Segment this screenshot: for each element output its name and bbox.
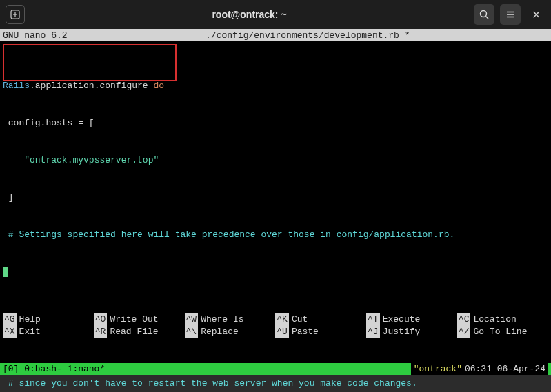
code-token: do (153, 81, 164, 91)
nano-filepath: ./config/environments/development.rb * (68, 30, 548, 41)
plus-icon (10, 10, 20, 19)
code-line: config.hosts = [ (3, 118, 94, 128)
window-titlebar: root@ontrack: ~ ✕ (0, 0, 551, 29)
new-tab-button[interactable] (6, 5, 25, 24)
search-icon (479, 10, 489, 19)
editor-area[interactable]: Rails.application.configure do config.ho… (0, 41, 551, 363)
close-icon: ✕ (532, 8, 541, 21)
code-line: ] (3, 192, 14, 203)
shortcut-whereis: ^WWhere Is (185, 313, 276, 326)
shortcut-location: ^CLocation (457, 313, 548, 326)
code-string: "ontrack.myvpsserver.top" (24, 155, 159, 165)
shortcut-writeout: ^OWrite Out (94, 313, 185, 326)
code-comment: # Settings specified here will take prec… (3, 229, 454, 240)
shortcut-execute: ^TExecute (366, 313, 457, 326)
shortcut-cut: ^KCut (275, 313, 366, 326)
highlight-box (3, 44, 177, 81)
nano-header: GNU nano 6.2 ./config/environments/devel… (0, 29, 551, 41)
nano-version: GNU nano 6.2 (3, 30, 68, 41)
svg-line-4 (486, 17, 489, 19)
menu-button[interactable] (500, 4, 521, 25)
shortcut-exit: ^XExit (3, 326, 94, 338)
code-comment: # since you don't have to restart the we… (3, 378, 417, 389)
svg-point-3 (481, 11, 487, 17)
shortcut-readfile: ^RRead File (94, 326, 185, 338)
shortcut-paste: ^UPaste (275, 326, 366, 338)
cursor (3, 267, 8, 277)
shortcut-replace: ^\Replace (185, 326, 276, 338)
window-title: root@ontrack: ~ (25, 9, 474, 20)
code-token: .application.configure (30, 81, 153, 91)
shortcut-gotoline: ^/Go To Line (457, 326, 548, 338)
nano-shortcuts-bar: ^GHelp ^OWrite Out ^WWhere Is ^KCut ^TEx… (0, 289, 551, 363)
close-button[interactable]: ✕ (526, 4, 545, 25)
search-button[interactable] (474, 4, 494, 25)
hamburger-icon (505, 10, 515, 19)
shortcut-help: ^GHelp (3, 313, 94, 326)
shortcut-justify: ^JJustify (366, 326, 457, 338)
code-indent (3, 155, 24, 165)
code-token: Rails (3, 81, 30, 91)
